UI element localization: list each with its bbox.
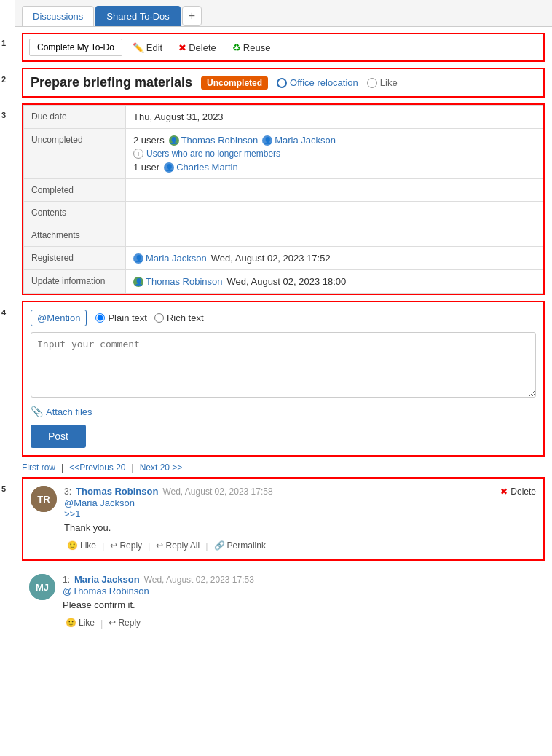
user3-link[interactable]: 👤 Charles Martin: [164, 162, 238, 173]
comment-1-avatar: MJ: [29, 574, 55, 600]
comment-1-body: @Thomas Robinson Please confirm it. 🙂 Li…: [63, 586, 537, 629]
comment-3-permalink-btn[interactable]: 🔗 Permalink: [211, 539, 269, 552]
due-date-row: Due date Thu, August 31, 2023: [24, 106, 543, 129]
delete-x-icon: ✖: [500, 487, 508, 497]
due-date-value: Thu, August 31, 2023: [126, 106, 543, 129]
like-face-icon: 🙂: [67, 540, 78, 551]
uncompleted-label: Uncompleted: [24, 129, 126, 179]
tab-add-button[interactable]: +: [182, 6, 202, 26]
attachments-label: Attachments: [24, 224, 126, 247]
comment-3-time: Wed, August 02, 2023 17:58: [162, 487, 272, 497]
info-icon: i: [133, 149, 143, 159]
uncompleted-count: 2 users: [133, 135, 165, 146]
tab-discussions[interactable]: Discussions: [22, 6, 94, 26]
task-details-section: Due date Thu, August 31, 2023 Uncomplete…: [22, 103, 545, 295]
like-face-icon-1: 🙂: [66, 618, 76, 628]
comment-1-text: Please confirm it.: [63, 599, 537, 610]
delete-icon: ✖: [178, 42, 186, 53]
delete-button[interactable]: ✖ Delete: [173, 39, 222, 56]
comment-3-reply-all-btn[interactable]: ↩ Reply All: [153, 539, 202, 552]
first-row-link[interactable]: First row: [22, 462, 55, 473]
update-user-link[interactable]: 👤 Thomas Robinson: [133, 276, 223, 287]
comment-1-num: 1:: [63, 575, 70, 585]
comment-3-author-line: 3: Thomas Robinson Wed, August 02, 2023 …: [64, 486, 536, 497]
next-page-link[interactable]: Next 20 >>: [140, 462, 183, 473]
comment-3-author-link[interactable]: Thomas Robinson: [76, 486, 158, 497]
plain-text-radio[interactable]: [95, 313, 105, 323]
attachments-row: Attachments: [24, 224, 543, 247]
comment-3-delete[interactable]: ✖ Delete: [500, 487, 536, 497]
reply-all-icon: ↩: [156, 540, 163, 551]
update-date: Wed, August 02, 2023 18:00: [227, 276, 347, 287]
update-user-icon: 👤: [133, 277, 143, 287]
comment-3-like-btn[interactable]: 🙂 Like: [64, 539, 99, 552]
pencil-icon: ✏️: [133, 42, 144, 53]
status-badge: Uncompleted: [201, 76, 268, 90]
mention-button[interactable]: @Mention: [31, 310, 87, 326]
user3-icon: 👤: [164, 162, 174, 173]
update-row: Update information 👤 Thomas Robinson Wed…: [24, 270, 543, 294]
comment-3-num: 3:: [64, 487, 71, 497]
attach-files-link[interactable]: 📎 Attach files: [31, 406, 536, 417]
registered-user-link[interactable]: 👤 Maria Jackson: [133, 253, 207, 264]
paperclip-icon: 📎: [31, 406, 43, 417]
uncompleted-value: 2 users 👤 Thomas Robinson 👤 Maria Jackso…: [126, 129, 543, 179]
registered-value: 👤 Maria Jackson Wed, August 02, 2023 17:…: [126, 247, 543, 270]
task-title-section: Prepare briefing materials Uncompleted O…: [22, 68, 545, 98]
no-longer-members-link[interactable]: Users who are no longer members: [146, 149, 280, 159]
comment-1: MJ 1: Maria Jackson Wed, August 02, 2023…: [22, 567, 545, 637]
user2-link[interactable]: 👤 Maria Jackson: [262, 135, 336, 146]
comment-3-reply-btn[interactable]: ↩ Reply: [107, 539, 145, 552]
update-value: 👤 Thomas Robinson Wed, August 02, 2023 1…: [126, 270, 543, 294]
comment-1-author-link[interactable]: Maria Jackson: [74, 574, 140, 585]
comment-1-like-btn[interactable]: 🙂 Like: [63, 616, 98, 629]
update-label: Update information: [24, 270, 126, 294]
completed-row: Completed: [24, 179, 543, 202]
uncompleted-row: Uncompleted 2 users 👤 Thomas Robinson 👤 …: [24, 129, 543, 179]
comment-3-avatar: TR: [31, 486, 57, 512]
comment-3: TR 3: Thomas Robinson Wed, August 02, 20…: [22, 477, 545, 561]
comment-input-section: @Mention Plain text Rich text 📎 Attach f…: [22, 301, 545, 457]
rich-text-option[interactable]: Rich text: [154, 312, 204, 323]
reuse-button[interactable]: ♻ Reuse: [226, 39, 277, 56]
comment-1-author-line: 1: Maria Jackson Wed, August 02, 2023 17…: [63, 574, 537, 585]
comment-tools: @Mention Plain text Rich text: [31, 310, 536, 326]
user3-count: 1 user: [133, 162, 159, 173]
contents-label: Contents: [24, 202, 126, 224]
task-title: Prepare briefing materials: [31, 75, 192, 90]
post-button[interactable]: Post: [31, 425, 86, 448]
project-icon: [277, 78, 287, 88]
registered-row: Registered 👤 Maria Jackson Wed, August 0…: [24, 247, 543, 270]
reuse-icon: ♻: [232, 42, 241, 53]
rich-text-radio[interactable]: [154, 313, 164, 323]
reply-icon-1: ↩: [109, 618, 116, 628]
comment-1-reply-btn[interactable]: ↩ Reply: [106, 616, 143, 629]
contents-value: [126, 202, 543, 224]
comment-3-text: Thank you.: [64, 522, 536, 533]
contents-row: Contents: [24, 202, 543, 224]
tab-shared-todos[interactable]: Shared To-Dos: [95, 6, 180, 26]
plain-text-option[interactable]: Plain text: [95, 312, 146, 323]
comment-3-meta: 3: Thomas Robinson Wed, August 02, 2023 …: [64, 486, 536, 500]
svg-text:MJ: MJ: [36, 582, 49, 593]
comment-3-ref[interactable]: >>1: [64, 508, 536, 519]
project-link[interactable]: Office relocation: [277, 77, 358, 88]
complete-todo-button[interactable]: Complete My To-Do: [29, 39, 122, 56]
edit-button[interactable]: ✏️ Edit: [127, 39, 168, 56]
link-icon: 🔗: [214, 540, 225, 551]
svg-text:TR: TR: [37, 494, 50, 505]
registered-date: Wed, August 02, 2023 17:52: [211, 253, 331, 264]
user2-icon: 👤: [262, 135, 272, 146]
like-button[interactable]: Like: [367, 77, 398, 88]
user1-link[interactable]: 👤 Thomas Robinson: [169, 135, 259, 146]
registered-user-icon: 👤: [133, 253, 143, 264]
like-icon: [367, 78, 377, 88]
comment-3-body: @Maria Jackson >>1 Thank you. 🙂 Like | ↩…: [64, 497, 536, 552]
pagination: First row | <<Previous 20 | Next 20 >>: [22, 462, 545, 473]
prev-page-link[interactable]: <<Previous 20: [69, 462, 125, 473]
comment-textarea[interactable]: [31, 332, 536, 398]
text-format-group: Plain text Rich text: [95, 312, 203, 323]
user1-icon: 👤: [169, 135, 179, 146]
attachments-value: [126, 224, 543, 247]
reply-icon: ↩: [110, 540, 117, 551]
